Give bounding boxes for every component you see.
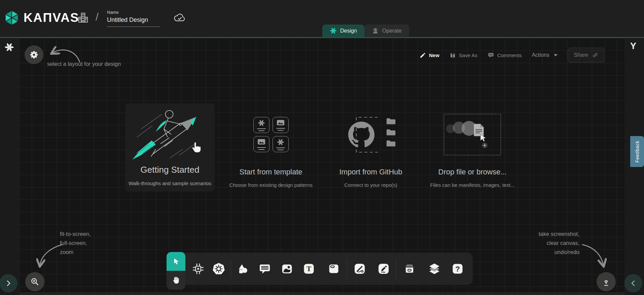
toolbar-divider bbox=[231, 259, 231, 279]
template-tile-image bbox=[273, 117, 289, 133]
feedback-tab[interactable]: Feedback bbox=[630, 136, 644, 167]
template-tiles bbox=[253, 114, 289, 156]
comments-button[interactable]: Comments bbox=[488, 52, 522, 58]
comment-tool[interactable] bbox=[258, 262, 272, 276]
text-tool[interactable]: T bbox=[302, 262, 316, 276]
getting-started-illustration bbox=[125, 103, 215, 163]
card-subtitle: Walk-throughs and sample scenarios bbox=[129, 180, 211, 186]
design-swirl-icon bbox=[330, 27, 337, 34]
layout-picker-button[interactable] bbox=[25, 45, 43, 64]
new-button[interactable]: New bbox=[420, 52, 439, 58]
template-tile-swirl bbox=[253, 117, 270, 133]
drop-file-art: + bbox=[444, 114, 501, 156]
kanvas-hexagon-icon bbox=[4, 9, 20, 26]
github-art bbox=[346, 114, 396, 156]
card-import-github[interactable]: Import from GitHub Connect to your repo(… bbox=[320, 114, 421, 193]
template-tile-swirl bbox=[273, 136, 289, 152]
swirl-icon bbox=[277, 138, 284, 146]
folder-icon bbox=[386, 117, 396, 125]
tab-operate[interactable]: Operate bbox=[364, 25, 409, 37]
comments-icon bbox=[488, 52, 494, 58]
tab-design[interactable]: Design bbox=[322, 25, 364, 37]
chevron-left-icon bbox=[631, 280, 635, 286]
design-canvas[interactable]: select a layout for your design New Save… bbox=[19, 38, 624, 295]
expand-left-panel-button[interactable] bbox=[0, 274, 17, 292]
tab-operate-label: Operate bbox=[382, 28, 402, 34]
mode-tabs: Design Operate bbox=[322, 25, 409, 37]
folder-icon bbox=[386, 128, 396, 136]
shapes-tool[interactable] bbox=[236, 262, 250, 276]
card-start-from-template[interactable]: Start from template Choose from existing… bbox=[220, 114, 321, 193]
canvas-top-border bbox=[0, 37, 644, 38]
screenshot-hint-text: take screenshot, clear canvas, undo/redo bbox=[510, 229, 579, 257]
pointer-tool-group bbox=[167, 252, 185, 290]
toolbar-divider bbox=[347, 259, 347, 279]
template-tile-grid bbox=[253, 117, 289, 152]
share-link-icon bbox=[592, 52, 598, 58]
save-as-label: Save As bbox=[459, 52, 477, 58]
save-floppy-icon bbox=[450, 52, 456, 58]
hand-icon bbox=[172, 276, 180, 285]
new-label: New bbox=[429, 52, 439, 58]
kanvas-app: KAΠVAS / Name Untitled Design bbox=[0, 0, 644, 295]
chevron-right-icon bbox=[6, 280, 10, 286]
comments-label: Comments bbox=[497, 52, 522, 58]
tab-design-label: Design bbox=[340, 28, 357, 34]
right-rail: Y Feedback bbox=[624, 37, 644, 295]
toolbar-divider bbox=[396, 259, 396, 279]
zoom-hint-arrow bbox=[33, 241, 65, 270]
sidebar-swirl-icon[interactable] bbox=[4, 42, 14, 52]
github-icon bbox=[348, 122, 374, 148]
cursor-arrow-icon bbox=[479, 134, 487, 142]
collapse-right-panel-button[interactable] bbox=[624, 274, 642, 292]
card-drop-file[interactable]: + Drop file or browse... Files can be ma… bbox=[422, 114, 523, 193]
pen-nib-icon bbox=[602, 277, 611, 286]
graph-schematic-tool[interactable] bbox=[191, 262, 205, 276]
swirl-icon bbox=[258, 119, 265, 127]
image-tool[interactable] bbox=[280, 262, 294, 276]
save-as-button[interactable]: Save As bbox=[450, 52, 477, 58]
select-tool[interactable] bbox=[167, 252, 185, 271]
chevron-down-icon bbox=[554, 54, 558, 56]
image-icon bbox=[277, 120, 285, 126]
cursor-hand-icon bbox=[190, 141, 203, 155]
template-tile-image bbox=[253, 136, 270, 152]
zoom-button[interactable] bbox=[25, 272, 44, 291]
header-bar: KAΠVAS / Name Untitled Design bbox=[0, 0, 644, 37]
name-field-label: Name bbox=[107, 10, 160, 15]
layout-flower-icon bbox=[30, 50, 38, 59]
magnifier-plus-icon bbox=[30, 277, 39, 286]
card-title: Getting Started bbox=[141, 165, 200, 175]
folder-icon bbox=[386, 139, 396, 147]
kubernetes-tool[interactable] bbox=[212, 262, 225, 276]
pencil-new-icon bbox=[420, 52, 426, 58]
brand-name: KAΠVAS bbox=[24, 11, 79, 25]
left-rail bbox=[0, 37, 19, 295]
actions-label: Actions bbox=[532, 52, 549, 58]
card-title: Start from template bbox=[239, 168, 302, 176]
cloud-saved-icon bbox=[174, 13, 186, 24]
pen-path-tool[interactable] bbox=[353, 262, 366, 276]
archive-tool[interactable] bbox=[403, 262, 416, 276]
hand-pan-tool[interactable] bbox=[167, 271, 185, 290]
layout-hint-text: select a layout for your design bbox=[47, 59, 121, 69]
help-tool[interactable]: ? bbox=[451, 262, 464, 276]
organization-icon[interactable] bbox=[77, 11, 89, 25]
actions-dropdown[interactable]: Actions bbox=[532, 52, 557, 58]
y-logo[interactable]: Y bbox=[630, 41, 636, 51]
share-button[interactable]: Share bbox=[568, 48, 605, 62]
svg-text:T: T bbox=[307, 265, 311, 273]
share-label: Share bbox=[574, 52, 588, 58]
note-tool[interactable] bbox=[327, 262, 341, 276]
card-title: Drop file or browse... bbox=[438, 168, 507, 176]
design-name-input[interactable]: Untitled Design bbox=[107, 16, 160, 27]
pen-tool-button[interactable] bbox=[597, 272, 616, 291]
canvas-action-bar: New Save As bbox=[420, 48, 605, 62]
layers-tool[interactable] bbox=[428, 262, 441, 276]
card-subtitle: Connect to your repo(s) bbox=[344, 182, 397, 188]
pencil-draw-tool[interactable] bbox=[377, 262, 390, 276]
card-title: Import from GitHub bbox=[339, 168, 402, 176]
image-icon bbox=[257, 139, 265, 145]
card-subtitle: Files can be manifests, images, text... bbox=[430, 182, 515, 188]
card-getting-started[interactable]: Getting Started Walk-throughs and sample… bbox=[125, 103, 215, 192]
